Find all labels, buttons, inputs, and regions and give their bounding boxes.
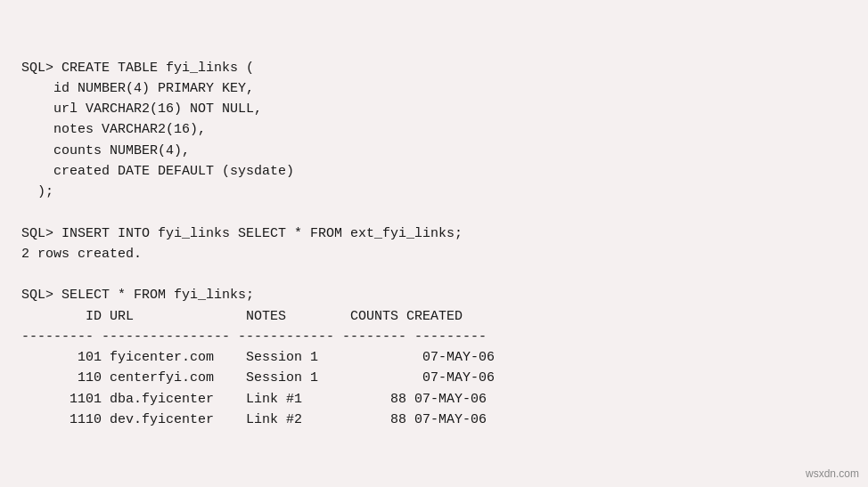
terminal-line: 101 fyicenter.com Session 1 07-MAY-06 (21, 347, 847, 368)
terminal-line: SQL> CREATE TABLE fyi_links ( (21, 58, 847, 78)
terminal-line: 1110 dev.fyicenter Link #2 88 07-MAY-06 (21, 410, 847, 430)
watermark: wsxdn.com (806, 467, 859, 480)
terminal-line (21, 202, 847, 223)
terminal-line: SQL> SELECT * FROM fyi_links; (21, 285, 847, 305)
terminal-line: ); (21, 182, 847, 202)
terminal-line: ID URL NOTES COUNTS CREATED (21, 306, 847, 327)
terminal-line: url VARCHAR2(16) NOT NULL, (21, 99, 847, 119)
terminal-output: SQL> CREATE TABLE fyi_links ( id NUMBER(… (21, 16, 847, 471)
terminal-line: id NUMBER(4) PRIMARY KEY, (21, 78, 847, 99)
terminal-line: SQL> INSERT INTO fyi_links SELECT * FROM… (21, 223, 847, 244)
terminal-line: created DATE DEFAULT (sysdate) (21, 161, 847, 182)
terminal-line: 1101 dba.fyicenter Link #1 88 07-MAY-06 (21, 389, 847, 410)
terminal-line: 110 centerfyi.com Session 1 07-MAY-06 (21, 368, 847, 388)
terminal-line: counts NUMBER(4), (21, 141, 847, 161)
terminal-line: 2 rows created. (21, 244, 847, 264)
terminal-line (21, 264, 847, 285)
terminal-line: --------- ---------------- ------------ … (21, 327, 847, 347)
terminal-line: notes VARCHAR2(16), (21, 119, 847, 140)
